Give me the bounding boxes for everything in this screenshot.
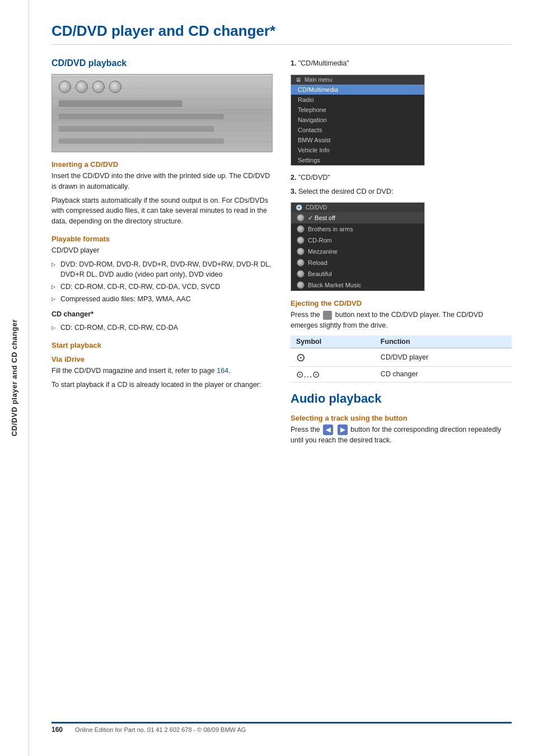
cd-dvd-symbol-icon: ⊙ [296,351,306,364]
cd-icon [297,270,305,278]
cd-icon [297,236,305,244]
menu-item-navigation: Navigation [291,115,424,125]
inserting-para-1: Insert the CD/DVD into the drive with th… [51,171,273,192]
menu-icon: 🖥 [296,77,301,83]
device-button-4 [109,81,121,93]
cd-selector-image: 💿 CD/DVD ✓ Best off Brothers in arms CD-… [291,202,425,291]
cd-changer-symbol-icon: ⊙…⊙ [296,369,320,380]
selecting-track-heading: Selecting a track using the button [291,414,512,422]
menu-item-settings: Settings [291,155,424,165]
page-footer: 160 Online Edition for Part no. 01 41 2 … [51,722,512,734]
sidebar: CD/DVD player and CD changer [0,0,29,756]
col-right: 1. "CD/Multimedia" 🖥 Main menu CD/Multim… [291,58,512,708]
symbol-cd-dvd: ⊙ [291,348,375,366]
steps-list: 1. "CD/Multimedia" [291,58,512,69]
cd-selector-title-bar: 💿 CD/DVD [291,203,424,212]
next-track-button-icon: ▶ [338,424,348,435]
function-col-header: Function [375,335,512,348]
menu-item-contacts: Contacts [291,125,424,135]
cd-selector-black-market: Black Market Music [291,279,424,291]
table-row: ⊙ CD/DVD player [291,348,512,366]
cd-selector-cd-rom: CD-Rom [291,235,424,246]
device-button-3 [92,81,105,93]
cd-dvd-player-label: CD/DVD player [51,245,273,256]
symbol-cd-changer: ⊙…⊙ [291,366,375,382]
cd-changer-label: CD changer* [51,309,273,320]
page-link-164[interactable]: 164 [217,367,228,375]
footer-text: Online Edition for Part no. 01 41 2 602 … [75,726,246,733]
menu-item-vehicle-info: Vehicle Info [291,145,424,155]
audio-playback-section: Audio playback Selecting a track using t… [291,391,512,446]
function-cd-changer: CD changer [375,366,512,382]
dvd-formats-list: DVD: DVD-ROM, DVD-R, DVD+R, DVD-RW, DVD+… [51,259,273,305]
steps-list-2: 2. "CD/DVD" 3. Select the desired CD or … [291,172,512,197]
symbol-col-header: Symbol [291,335,375,348]
menu-item-cd: CD/Multimedia [291,85,424,95]
via-idrive-heading: Via iDrive [51,355,273,363]
step-1: 1. "CD/Multimedia" [291,58,512,69]
page-title: CD/DVD player and CD changer* [51,22,512,45]
col-left: CD/DVD playback [51,58,273,708]
cd-changer-formats-list: CD: CD-ROM, CD-R, CD-RW, CD-DA [51,323,273,333]
cd-selector-mezzanine: Mezzanine [291,246,424,257]
cd-icon [297,248,305,255]
dvd-format-item: DVD: DVD-ROM, DVD-R, DVD+R, DVD-RW, DVD+… [51,259,273,281]
start-playback-heading: Start playback [51,341,273,349]
cd-selector-brothers: Brothers in arms [291,223,424,235]
ejecting-heading: Ejecting the CD/DVD [291,299,512,307]
cd-selector-best-off: ✓ Best off [291,212,424,223]
menu-title-text: Main menu [305,77,332,83]
cd-selector-icon: 💿 [296,204,302,211]
function-cd-dvd: CD/DVD player [375,348,512,366]
prev-track-button-icon: ◀ [323,424,333,435]
compressed-format-item: Compressed audio files: MP3, WMA, AAC [51,294,273,305]
cd-icon [297,214,305,222]
cd-selector-beautiful: Beautiful [291,268,424,279]
sidebar-text: CD/DVD player and CD changer [10,319,18,436]
symbol-table: Symbol Function ⊙ CD/DVD player [291,335,512,382]
menu-item-telephone: Telephone [291,105,424,115]
cd-changer-format-item: CD: CD-ROM, CD-R, CD-RW, CD-DA [51,323,273,333]
cd-icon [297,259,305,267]
menu-item-radio: Radio [291,95,424,105]
cd-selector-title-text: CD/DVD [306,204,327,211]
selecting-track-text: Press the ◀ ▶ button for the correspondi… [291,424,512,446]
device-button-1 [59,81,71,93]
step-3: 3. Select the desired CD or DVD: [291,186,512,197]
audio-playback-heading: Audio playback [291,391,512,406]
cd-icon [297,225,305,233]
eject-button-icon [323,311,332,320]
via-idrive-para-2: To start playback if a CD is already loc… [51,380,273,390]
menu-title-bar: 🖥 Main menu [291,75,424,85]
cd-dvd-playback-heading: CD/DVD playback [51,58,273,68]
device-button-2 [76,81,88,93]
menu-item-bmw-assist: BMW Assist [291,135,424,145]
inserting-heading: Inserting a CD/DVD [51,160,273,169]
main-menu-image: 🖥 Main menu CD/Multimedia Radio Telephon… [291,74,425,166]
ejecting-text: Press the button next to the CD/DVD play… [291,310,512,331]
cd-dvd-device-image [51,74,273,152]
via-idrive-para-1: Fill the CD/DVD magazine and insert it, … [51,366,273,376]
main-content: CD/DVD player and CD changer* CD/DVD pla… [29,0,534,756]
cd-icon [297,281,305,289]
table-row: ⊙…⊙ CD changer [291,366,512,382]
cd-selector-reload: Reload [291,257,424,268]
playable-formats-heading: Playable formats [51,235,273,243]
inserting-para-2: Playback starts automatically if the sou… [51,195,273,227]
step-2: 2. "CD/DVD" [291,172,512,183]
page-number: 160 [51,726,68,734]
cd-format-item: CD: CD-ROM, CD-R, CD-RW, CD-DA, VCD, SVC… [51,282,273,292]
two-col-layout: CD/DVD playback [51,58,512,708]
